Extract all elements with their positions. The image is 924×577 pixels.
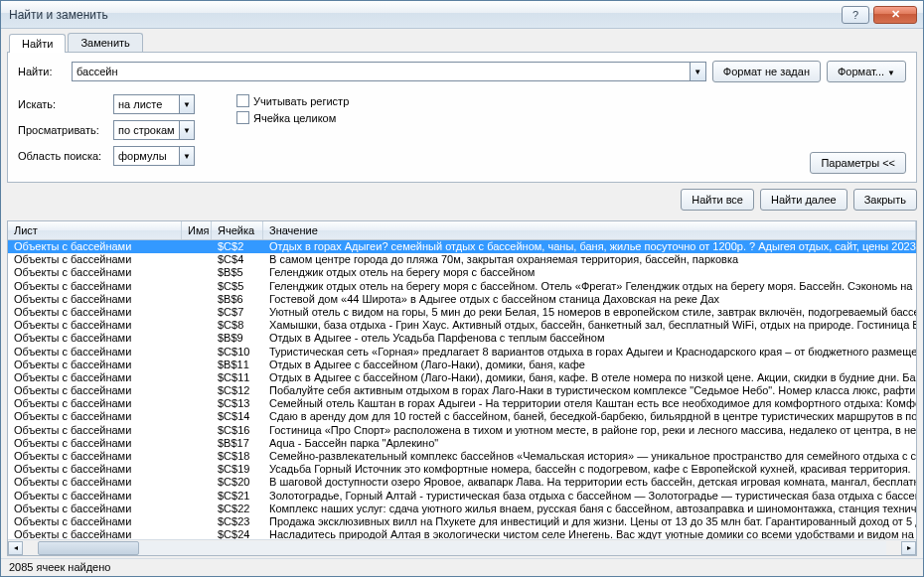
view-label: Просматривать: <box>18 124 107 136</box>
result-row[interactable]: Объекты с бассейнами$C$12Побалуйте себя … <box>8 384 916 397</box>
case-checkbox[interactable] <box>236 94 249 107</box>
result-sheet: Объекты с бассейнами <box>8 384 182 397</box>
result-name <box>182 397 212 410</box>
tab-find[interactable]: Найти <box>9 34 66 53</box>
column-sheet[interactable]: Лист <box>8 221 182 239</box>
result-sheet: Объекты с бассейнами <box>8 410 182 423</box>
result-cell: $C$18 <box>212 450 263 463</box>
scroll-right-button[interactable]: ▸ <box>901 541 916 555</box>
find-input[interactable] <box>72 62 691 81</box>
result-cell: $C$4 <box>212 253 263 266</box>
result-row[interactable]: Объекты с бассейнами$B$9Отдых в Адыгее -… <box>8 332 916 345</box>
result-row[interactable]: Объекты с бассейнами$C$14Сдаю в аренду д… <box>8 410 916 423</box>
format-display-button[interactable]: Формат не задан <box>712 61 821 82</box>
result-sheet: Объекты с бассейнами <box>8 397 182 410</box>
result-row[interactable]: Объекты с бассейнами$C$13Семейный отель … <box>8 397 916 410</box>
parameters-button[interactable]: Параметры << <box>810 152 906 174</box>
find-next-button[interactable]: Найти далее <box>760 189 847 211</box>
result-value: Усадьба Горный Источник это комфортные н… <box>263 463 916 476</box>
result-sheet: Объекты с бассейнами <box>8 476 182 489</box>
action-bar: Найти все Найти далее Закрыть <box>1 183 923 216</box>
result-row[interactable]: Объекты с бассейнами$C$20В шаговой досту… <box>8 476 916 489</box>
find-history-dropdown[interactable]: ▼ <box>691 62 706 81</box>
help-button[interactable]: ? <box>842 6 869 24</box>
result-cell: $C$5 <box>212 280 263 293</box>
window-buttons: ? ✕ <box>842 6 917 24</box>
result-sheet: Объекты с бассейнами <box>8 280 182 293</box>
result-name <box>182 371 212 384</box>
result-value: Отдых в Адыгее - отель Усадьба Парфенова… <box>263 332 916 345</box>
result-sheet: Объекты с бассейнами <box>8 450 182 463</box>
result-row[interactable]: Объекты с бассейнами$C$8Хамышки, база от… <box>8 319 916 332</box>
result-value: Продажа эксклюзивных вилл на Пхукете для… <box>263 515 916 528</box>
close-button[interactable]: Закрыть <box>853 189 917 211</box>
result-row[interactable]: Объекты с бассейнами$B$6Гостевой дом «44… <box>8 293 916 306</box>
search-panel: Найти: ▼ Формат не задан Формат... ▼ Иск… <box>7 52 917 183</box>
result-name <box>182 503 212 515</box>
result-value: Уютный отель с видом на горы, 5 мин до р… <box>263 306 916 319</box>
close-window-button[interactable]: ✕ <box>873 6 917 24</box>
seek-combo[interactable]: на листе ▼ <box>113 94 195 114</box>
chevron-down-icon: ▼ <box>179 95 194 113</box>
result-cell: $B$17 <box>212 437 263 450</box>
result-row[interactable]: Объекты с бассейнами$C$22Комплекс наших … <box>8 503 916 515</box>
result-value: Побалуйте себя активным отдыхом в горах … <box>263 384 916 397</box>
result-row[interactable]: Объекты с бассейнами$C$4В самом центре г… <box>8 253 916 266</box>
view-combo[interactable]: по строкам ▼ <box>113 120 195 140</box>
result-sheet: Объекты с бассейнами <box>8 319 182 332</box>
result-row[interactable]: Объекты с бассейнами$C$24Насладитесь при… <box>8 528 916 539</box>
result-row[interactable]: Объекты с бассейнами$C$11Отдых в Адыгее … <box>8 371 916 384</box>
result-row[interactable]: Объекты с бассейнами$C$2Отдых в горах Ад… <box>8 240 916 253</box>
result-row[interactable]: Объекты с бассейнами$C$10Туристическая с… <box>8 346 916 359</box>
find-all-button[interactable]: Найти все <box>681 189 754 211</box>
result-sheet: Объекты с бассейнами <box>8 240 182 253</box>
result-name <box>182 280 212 293</box>
result-cell: $C$13 <box>212 397 263 410</box>
result-row[interactable]: Объекты с бассейнами$C$5Геленджик отдых … <box>8 280 916 293</box>
result-value: Хамышки, база отдыха - Грин Хаус. Активн… <box>263 319 916 332</box>
result-cell: $C$8 <box>212 319 263 332</box>
result-row[interactable]: Объекты с бассейнами$B$5Геленджик отдых … <box>8 266 916 279</box>
column-name[interactable]: Имя <box>182 221 212 239</box>
tab-replace[interactable]: Заменить <box>68 33 142 52</box>
result-row[interactable]: Объекты с бассейнами$C$16Гостиница «Про … <box>8 424 916 437</box>
result-sheet: Объекты с бассейнами <box>8 515 182 528</box>
result-row[interactable]: Объекты с бассейнами$C$19Усадьба Горный … <box>8 463 916 476</box>
scroll-left-button[interactable]: ◂ <box>8 541 23 555</box>
status-text: 2085 ячеек найдено <box>9 561 110 573</box>
scope-combo[interactable]: формулы ▼ <box>113 146 195 166</box>
result-row[interactable]: Объекты с бассейнами$C$18Семейно-развлек… <box>8 450 916 463</box>
result-row[interactable]: Объекты с бассейнами$B$17Aqua - Бассейн … <box>8 437 916 450</box>
dialog-window: Найти и заменить ? ✕ Найти Заменить Найт… <box>0 0 924 577</box>
results-body: Объекты с бассейнами$C$2Отдых в горах Ад… <box>8 240 916 539</box>
result-sheet: Объекты с бассейнами <box>8 346 182 359</box>
results-listview[interactable]: Лист Имя Ячейка Значение Объекты с бассе… <box>7 220 917 556</box>
result-name <box>182 332 212 345</box>
tab-strip: Найти Заменить <box>1 29 923 52</box>
scroll-thumb[interactable] <box>38 541 139 555</box>
format-menu-button[interactable]: Формат... ▼ <box>827 61 906 82</box>
result-value: Семейный отель Каштан в горах Адыгеи - Н… <box>263 397 916 410</box>
result-value: Отдых в Адыгее с бассейном (Лаго-Наки), … <box>263 371 916 384</box>
scroll-track[interactable] <box>38 541 886 555</box>
chevron-down-icon: ▼ <box>887 69 895 77</box>
result-sheet: Объекты с бассейнами <box>8 437 182 450</box>
result-row[interactable]: Объекты с бассейнами$C$23Продажа эксклюз… <box>8 515 916 528</box>
result-sheet: Объекты с бассейнами <box>8 424 182 437</box>
column-value[interactable]: Значение <box>263 221 916 239</box>
result-value: В самом центре города до пляжа 70м, закр… <box>263 253 916 266</box>
result-value: В шаговой доступности озеро Яровое, аква… <box>263 476 916 489</box>
result-row[interactable]: Объекты с бассейнами$B$11Отдых в Адыгее … <box>8 359 916 371</box>
results-header: Лист Имя Ячейка Значение <box>8 221 916 240</box>
horizontal-scrollbar[interactable]: ◂ ▸ <box>8 539 916 555</box>
whole-cell-checkbox[interactable] <box>236 111 249 124</box>
result-row[interactable]: Объекты с бассейнами$C$21Золотоградье, Г… <box>8 490 916 503</box>
column-cell[interactable]: Ячейка <box>212 221 263 239</box>
chevron-down-icon: ▼ <box>179 121 194 139</box>
result-cell: $C$11 <box>212 371 263 384</box>
result-row[interactable]: Объекты с бассейнами$C$7Уютный отель с в… <box>8 306 916 319</box>
result-cell: $C$14 <box>212 410 263 423</box>
result-sheet: Объекты с бассейнами <box>8 359 182 371</box>
result-cell: $C$20 <box>212 476 263 489</box>
result-cell: $C$24 <box>212 528 263 539</box>
